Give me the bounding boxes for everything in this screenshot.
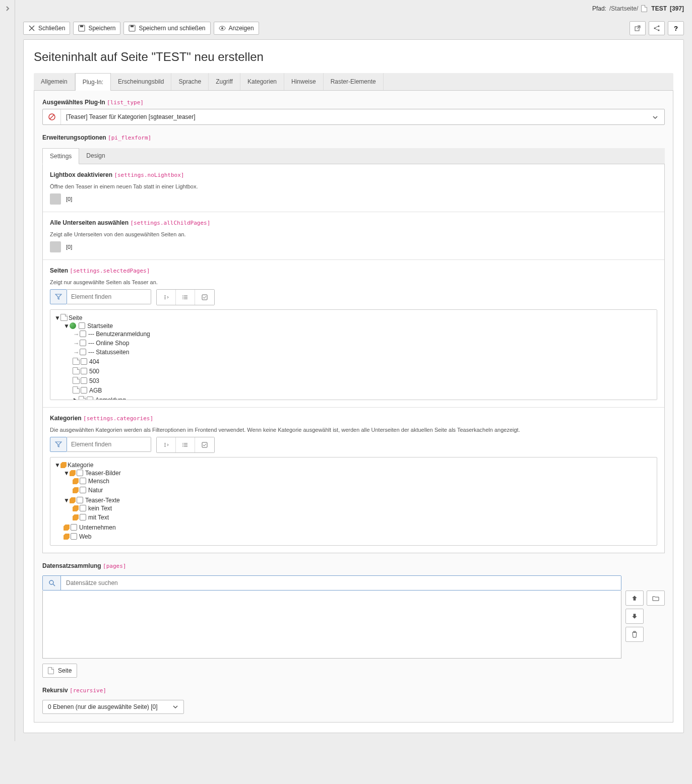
- cats-tree[interactable]: ▼Kategorie ▼Teaser-Bilder Mensch Natur: [50, 457, 657, 546]
- view-button-label: Anzeigen: [229, 25, 254, 32]
- tree-toggle[interactable]: ▶: [73, 397, 79, 400]
- tab-allgemein[interactable]: Allgemein: [34, 73, 75, 90]
- tab-erscheinungsbild[interactable]: Erscheinungsbild: [111, 73, 171, 90]
- tree-item[interactable]: AGB: [89, 387, 102, 394]
- tree-checkbox[interactable]: [81, 377, 87, 384]
- tree-toggle[interactable]: ▼: [64, 497, 70, 504]
- svg-point-11: [182, 295, 183, 296]
- plugin-select[interactable]: [Teaser] Teaser für Kategorien [sgteaser…: [42, 109, 665, 125]
- nolightbox-value: [0]: [66, 196, 72, 202]
- filter-icon: [55, 441, 62, 448]
- tree-root[interactable]: Seite: [69, 314, 82, 321]
- tree-checkbox[interactable]: [80, 349, 86, 355]
- tree-checkbox[interactable]: [81, 368, 87, 374]
- page-icon: [73, 386, 80, 394]
- tree-checkbox[interactable]: [80, 478, 86, 484]
- tree-checkbox[interactable]: [80, 514, 86, 520]
- breadcrumb-current[interactable]: TEST: [651, 5, 667, 12]
- tree-item[interactable]: 404: [89, 358, 99, 365]
- tree-item[interactable]: Unternehmen: [79, 524, 116, 531]
- tree-checkbox[interactable]: [77, 470, 83, 476]
- close-button[interactable]: Schließen: [23, 22, 70, 35]
- tree-toggle[interactable]: ▼: [54, 314, 60, 321]
- cats-tree-collapse[interactable]: [157, 437, 176, 452]
- tree-toggle[interactable]: ▼: [64, 470, 70, 477]
- tree-item[interactable]: Web: [79, 533, 91, 540]
- tree-item[interactable]: Startseite: [87, 322, 113, 330]
- pages-tree-checkall[interactable]: [195, 290, 214, 305]
- tree-item[interactable]: --- Statusseiten: [88, 349, 129, 356]
- tab-hinweise[interactable]: Hinweise: [284, 73, 324, 90]
- tree-checkbox[interactable]: [81, 358, 87, 365]
- view-button[interactable]: Anzeigen: [214, 22, 259, 35]
- recursive-select[interactable]: 0 Ebenen (nur die ausgewählte Seite) [0]: [42, 700, 184, 714]
- tree-checkbox[interactable]: [80, 505, 86, 511]
- tree-toggle[interactable]: ▼: [64, 322, 70, 330]
- records-move-down[interactable]: [625, 609, 644, 624]
- breadcrumb-label: Pfad:: [592, 5, 606, 12]
- records-delete[interactable]: [625, 627, 644, 642]
- breadcrumb-root[interactable]: /Startseite/: [609, 5, 638, 12]
- tab-zugriff[interactable]: Zugriff: [209, 73, 240, 90]
- panel-collapse[interactable]: [0, 0, 15, 741]
- tree-item[interactable]: Mensch: [88, 478, 109, 485]
- cats-filter-input[interactable]: [67, 437, 151, 452]
- tab-kategorien[interactable]: Kategorien: [240, 73, 284, 90]
- tab-raster[interactable]: Raster-Elemente: [324, 73, 384, 90]
- cats-tree-expand[interactable]: [176, 437, 195, 452]
- tree-item[interactable]: Teaser-Texte: [85, 497, 120, 504]
- chevron-right-icon: [5, 6, 10, 11]
- tree-item[interactable]: Anmeldung: [95, 397, 126, 400]
- tree-toggle[interactable]: ▼: [54, 462, 60, 469]
- tree-checkbox[interactable]: [80, 331, 86, 337]
- save-button[interactable]: Speichern: [73, 22, 120, 35]
- pages-help: Zeigt nur ausgewählte Seiten als Teaser …: [50, 279, 657, 285]
- nolightbox-checkbox[interactable]: [50, 193, 61, 205]
- share-button[interactable]: [649, 21, 665, 35]
- allchild-help: Zeigt alle Unterseiten von den ausgewähl…: [50, 231, 657, 237]
- tree-item[interactable]: Teaser-Bilder: [85, 470, 121, 477]
- recursive-label: Rekursiv: [42, 687, 68, 694]
- records-browse[interactable]: [647, 591, 665, 606]
- tree-item[interactable]: kein Text: [88, 505, 112, 512]
- pages-tree-collapse[interactable]: [157, 290, 176, 305]
- records-search-input[interactable]: [61, 576, 621, 590]
- save-close-button[interactable]: Speichern und schließen: [123, 22, 210, 35]
- inner-tab-settings[interactable]: Settings: [42, 148, 79, 164]
- tree-item[interactable]: 503: [89, 377, 99, 384]
- cats-tree-checkall[interactable]: [195, 437, 214, 452]
- inner-tab-design[interactable]: Design: [79, 148, 112, 164]
- tree-checkbox[interactable]: [71, 533, 77, 540]
- records-move-up[interactable]: [625, 591, 644, 606]
- tree-item[interactable]: 500: [89, 368, 99, 375]
- svg-point-12: [182, 297, 183, 298]
- tree-checkbox[interactable]: [71, 524, 77, 531]
- tree-checkbox[interactable]: [81, 387, 87, 394]
- tree-checkbox[interactable]: [79, 322, 85, 329]
- pages-tree-expand[interactable]: [176, 290, 195, 305]
- collapse-icon: [163, 294, 169, 300]
- tree-checkbox[interactable]: [77, 497, 83, 503]
- tree-item[interactable]: --- Online Shop: [88, 340, 129, 347]
- page-icon: [60, 314, 68, 321]
- pages-filter-input[interactable]: [67, 289, 151, 304]
- tree-checkbox[interactable]: [80, 340, 86, 346]
- pages-tree[interactable]: ▼Seite ▼ Startseite ⊸--- Benutzeranmeldu…: [50, 309, 657, 400]
- records-list[interactable]: [42, 591, 621, 659]
- tree-checkbox[interactable]: [80, 487, 86, 493]
- tab-sprache[interactable]: Sprache: [171, 73, 209, 90]
- allchild-checkbox[interactable]: [50, 241, 61, 252]
- svg-rect-14: [202, 295, 207, 300]
- pages-filter-toggle[interactable]: [50, 289, 67, 304]
- tree-item[interactable]: --- Benutzeranmeldung: [88, 331, 150, 338]
- tree-item[interactable]: mit Text: [88, 514, 109, 521]
- tree-checkbox[interactable]: [87, 397, 93, 400]
- tree-item[interactable]: Natur: [88, 487, 103, 494]
- records-page-chip[interactable]: Seite: [42, 664, 77, 678]
- list-icon: [182, 442, 188, 448]
- tab-plugin[interactable]: Plug-In:: [75, 73, 111, 91]
- tree-root[interactable]: Kategorie: [68, 462, 93, 469]
- cats-filter-toggle[interactable]: [50, 437, 67, 452]
- help-button[interactable]: ?: [668, 21, 684, 35]
- open-new-button[interactable]: [630, 21, 646, 35]
